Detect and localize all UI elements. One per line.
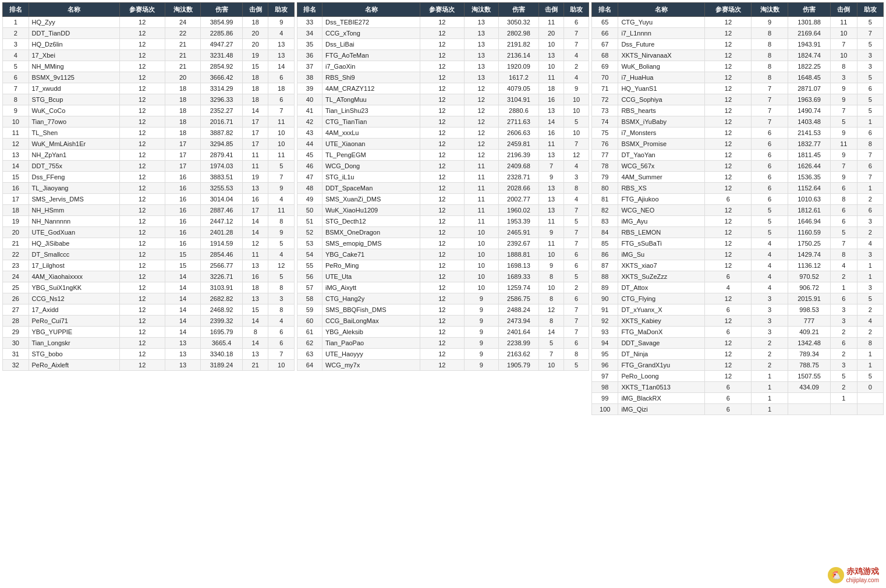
cell-kills: 3 [831, 304, 857, 316]
cell-rank: 24 [3, 271, 29, 282]
cell-rank: 28 [3, 316, 29, 327]
cell-elim: 6 [752, 161, 788, 172]
cell-kills: 11 [539, 139, 564, 150]
cell-assists: 8 [268, 304, 295, 316]
cell-elim: 9 [464, 316, 498, 327]
cell-kills: 18 [242, 83, 268, 94]
cell-matches: 12 [119, 327, 165, 338]
cell-kills: 10 [539, 249, 564, 260]
table-row: 417_Xbei12213231.481913 [3, 50, 295, 61]
cell-damage: 2682.82 [201, 293, 243, 304]
cell-name: BSMX_Promise [618, 139, 705, 150]
cell-elim: 14 [165, 304, 200, 316]
cell-elim: 18 [165, 83, 200, 94]
cell-kills: 11 [831, 139, 857, 150]
cell-assists: 6 [564, 17, 589, 28]
cell-rank: 50 [297, 205, 322, 216]
cell-assists: 6 [268, 94, 295, 105]
cell-rank: 31 [3, 349, 29, 360]
cell-assists: 7 [268, 172, 295, 183]
cell-elim: 6 [752, 194, 788, 205]
cell-name: iMG_Su [618, 249, 705, 260]
cell-elim: 11 [464, 216, 498, 227]
cell-kills: 15 [242, 61, 268, 72]
cell-name: RBS_Shi9 [322, 72, 420, 83]
table-row: 19NH_Nannnnn12162447.12148 [3, 216, 295, 227]
table-row: 69WuK_Boliang1281822.2583 [592, 61, 884, 72]
cell-name: DT_Attox [618, 282, 705, 293]
table-row: 28PeRo_Cui7112142399.32144 [3, 316, 295, 327]
cell-damage: 2163.62 [498, 349, 538, 360]
cell-damage: 3050.32 [498, 17, 538, 28]
cell-assists: 10 [268, 139, 295, 150]
cell-name: FTG_MaDonX [618, 327, 705, 338]
cell-kills: 8 [539, 293, 564, 304]
cell-damage: 1259.74 [498, 282, 538, 293]
cell-rank: 26 [3, 293, 29, 304]
cell-name: Tian_77owo [29, 116, 119, 127]
cell-rank: 51 [297, 216, 322, 227]
cell-name: 17_Lilghost [29, 260, 119, 271]
table-row: 80RBS_XS1261152.6461 [592, 183, 884, 194]
cell-kills: 11 [539, 216, 564, 227]
cell-matches: 12 [119, 83, 165, 94]
cell-matches: 12 [705, 338, 752, 349]
cell-matches: 12 [705, 139, 752, 150]
cell-damage: 3666.42 [201, 72, 243, 83]
cell-elim: 13 [464, 28, 498, 39]
cell-kills: 17 [242, 116, 268, 127]
table-row: 66i7_L1nnnn1282169.64107 [592, 28, 884, 39]
cell-elim: 3 [752, 327, 788, 338]
cell-rank: 45 [297, 150, 322, 161]
cell-kills: 17 [242, 127, 268, 139]
table-row: 794AM_Summer1261536.3597 [592, 172, 884, 183]
cell-damage: 788.75 [788, 360, 830, 371]
table-row: 60CCG_BaiLongMax1292473.9487 [297, 316, 589, 327]
cell-name: YBG_Aleksib [322, 327, 420, 338]
cell-rank: 70 [592, 72, 618, 83]
cell-kills: 7 [831, 238, 857, 249]
table-row: 37i7_GaoXin12131920.09102 [297, 61, 589, 72]
cell-damage: 2854.46 [201, 249, 243, 260]
cell-name: 17_Axidd [29, 304, 119, 316]
cell-assists: 13 [268, 39, 295, 50]
col-elim-1: 淘汰数 [165, 3, 200, 17]
table-row: 32PeRo_Aixleft12133189.242110 [3, 360, 295, 371]
cell-matches: 12 [420, 39, 465, 50]
cell-damage: 1536.35 [788, 172, 830, 183]
cell-elim: 2 [752, 338, 788, 349]
cell-kills: 16 [242, 271, 268, 282]
cell-rank: 69 [592, 61, 618, 72]
cell-matches: 12 [420, 161, 465, 172]
cell-matches: 12 [119, 349, 165, 360]
cell-elim: 6 [752, 150, 788, 161]
cell-kills: 8 [831, 194, 857, 205]
cell-elim: 9 [464, 304, 498, 316]
cell-matches: 4 [705, 282, 752, 293]
table-row: 72CCG_Sophiya1271963.6995 [592, 94, 884, 105]
col-kills-2: 击倒 [539, 3, 564, 17]
table-section-1: 排名 名称 参赛场次 淘汰数 伤害 击倒 助攻 1HQ_Zyy12243854.… [2, 2, 295, 564]
table-row: 8STG_Bcup12183296.33186 [3, 94, 295, 105]
cell-damage: 3296.33 [201, 94, 243, 105]
cell-kills: 13 [539, 205, 564, 216]
cell-name: 4AM_CRAZY112 [322, 83, 420, 94]
cell-damage: 3014.04 [201, 194, 243, 205]
cell-assists: 7 [564, 327, 589, 338]
cell-assists: 2 [857, 227, 883, 238]
table-row: 88XKTS_SuZeZzz64970.5221 [592, 271, 884, 282]
cell-name: CTG_Hang2y [322, 293, 420, 304]
cell-name: STG_bobo [29, 349, 119, 360]
cell-assists: 7 [857, 28, 883, 39]
cell-assists: 7 [564, 139, 589, 150]
table-row: 18NH_HSmm12162887.461711 [3, 205, 295, 216]
table-row: 52BSMX_OneDragon12102465.9197 [297, 227, 589, 238]
cell-assists: 10 [268, 360, 295, 371]
cell-elim: 4 [752, 249, 788, 260]
table-section-3: 排名 名称 参赛场次 淘汰数 伤害 击倒 助攻 65CTG_Yuyu129130… [591, 2, 884, 564]
cell-name: XKTS_NirvanaaX [618, 50, 705, 61]
cell-kills: 14 [242, 338, 268, 349]
cell-elim: 3 [752, 316, 788, 327]
cell-elim: 2 [752, 349, 788, 360]
cell-damage: 1160.59 [788, 227, 830, 238]
